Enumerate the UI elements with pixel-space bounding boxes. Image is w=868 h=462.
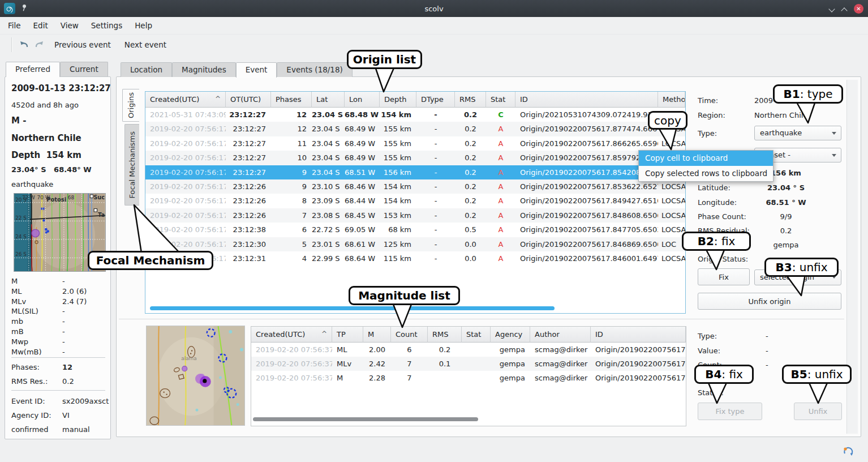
menu-view[interactable]: View [54, 17, 85, 35]
cell-phases[interactable]: 9 [271, 165, 312, 179]
cell-stat[interactable] [462, 371, 491, 385]
cell-lon[interactable]: 68.49 W [345, 122, 380, 136]
cell-phases[interactable]: 12 [271, 122, 312, 136]
column-header-tp[interactable]: TP [332, 327, 363, 343]
origin-row[interactable]: 2019-02-20 07:56:1723:12:271123.04 S68.4… [145, 136, 685, 151]
cell-ot[interactable]: 23:12:27 [226, 151, 271, 165]
column-header-created-utc[interactable]: Created(UTC)^ [145, 92, 226, 108]
column-header-rms[interactable]: RMS [455, 92, 486, 108]
cell-agency[interactable]: gempa [491, 357, 530, 371]
cell-id[interactable]: Origin/20190220075617.877474.666 [515, 122, 658, 136]
cell-rms[interactable]: 0.1 [428, 357, 462, 371]
next-event-button[interactable]: Next event [118, 40, 173, 49]
cell-lat[interactable]: 23.04 S [312, 151, 345, 165]
cell-created[interactable]: 2021-05-31 07:43:09 [145, 108, 226, 122]
cell-stat[interactable]: A [486, 179, 515, 194]
cell-id[interactable]: Origin/20190220075617.8 [591, 357, 686, 371]
cell-lat[interactable]: 23.04 S [312, 108, 345, 122]
cell-created[interactable]: 2019-02-20 07:56:37 [251, 371, 332, 385]
cell-agency[interactable]: gempa [491, 343, 530, 357]
cell-phases[interactable]: 10 [271, 151, 312, 165]
column-header-lat[interactable]: Lat [312, 92, 345, 108]
cell-rms[interactable]: 0.2 [455, 208, 486, 223]
column-header-depth[interactable]: Depth [380, 92, 416, 108]
origin-row[interactable]: 2019-02-20 07:56:1723:12:26723.08 S68.45… [145, 208, 685, 223]
cell-ot[interactable]: 23:12:38 [226, 223, 271, 237]
origin-row[interactable]: 2021-05-31 07:43:0923:12:271223.04 S68.4… [145, 108, 685, 122]
cell-lon[interactable]: 68.64 W [345, 251, 380, 266]
cell-lat[interactable]: 22.72 S [312, 223, 345, 237]
cell-count[interactable]: 7 [391, 357, 428, 371]
unfix-button[interactable]: Unfix [794, 403, 842, 420]
cell-ot[interactable]: 23:12:27 [226, 108, 271, 122]
cell-dtype[interactable]: - [416, 179, 455, 194]
cell-created[interactable]: 2019-02-20 07:56:17 [145, 179, 226, 194]
cell-ot[interactable]: 23:12:31 [226, 251, 271, 266]
cell-stat[interactable]: A [486, 208, 515, 223]
cell-agency[interactable]: gempa [491, 371, 530, 385]
context-item-copy-cell-to-clipboard[interactable]: Copy cell to clipboard [639, 151, 773, 166]
cell-stat[interactable] [462, 343, 491, 357]
cell-m[interactable]: 2.42 [363, 357, 391, 371]
unfix-origin-button[interactable]: Unfix origin [698, 293, 841, 310]
sidebar-tab-preferred[interactable]: Preferred [6, 62, 60, 77]
cell-id[interactable]: Origin/20190220075617.853622.6527 [515, 179, 658, 194]
cell-dtype[interactable]: - [416, 136, 455, 151]
column-header-id[interactable]: ID [515, 92, 658, 108]
cell-method[interactable]: LOC [658, 237, 685, 251]
cell-depth[interactable]: 154 km [380, 108, 416, 122]
cell-ot[interactable]: 23:12:26 [226, 194, 271, 208]
cell-created[interactable]: 2019-02-20 07:56:17 [145, 151, 226, 165]
cell-dtype[interactable]: - [416, 251, 455, 266]
previous-event-button[interactable]: Previous event [48, 40, 118, 49]
origin-row[interactable]: 2019-02-20 07:56:1723:12:30523.01 S68.61… [145, 237, 685, 251]
column-header-ot-utc[interactable]: OT(UTC) [226, 92, 271, 108]
cell-dtype[interactable]: - [416, 208, 455, 223]
cell-id[interactable]: Origin/20190220075617.847705.6503 [515, 223, 658, 237]
cell-id[interactable]: Origin/20190220075617.8 [591, 371, 686, 385]
magnitude-table-hscrollbar[interactable] [253, 417, 478, 421]
column-header-stat[interactable]: Stat [462, 327, 491, 343]
cell-dtype[interactable]: - [416, 223, 455, 237]
cell-created[interactable]: 2019-02-20 07:56:17 [145, 194, 226, 208]
sidebar-tab-current[interactable]: Current [60, 62, 108, 76]
main-tab-location[interactable]: Location [121, 62, 172, 77]
cell-phases[interactable]: 4 [271, 251, 312, 266]
cell-id[interactable]: Origin/20190220075617.854208.6 [515, 165, 658, 179]
cell-stat[interactable]: A [486, 122, 515, 136]
origin-row[interactable]: 2019-02-20 07:56:1723:12:271223.04 S68.4… [145, 122, 685, 136]
origin-row[interactable]: 2019-02-20 07:56:1723:12:26823.09 S68.44… [145, 194, 685, 208]
cell-rms[interactable]: 0.2 [455, 136, 486, 151]
maximize-button[interactable] [841, 6, 847, 11]
cell-method[interactable]: LOCSA [658, 251, 685, 266]
column-header-author[interactable]: Author [530, 327, 591, 343]
column-header-m[interactable]: M [363, 327, 391, 343]
cell-ot[interactable]: 23:12:26 [226, 208, 271, 223]
cell-rms[interactable]: 0.5 [455, 223, 486, 237]
cell-tp[interactable]: ML [332, 343, 363, 357]
cell-count[interactable]: 7 [391, 371, 428, 385]
cell-method[interactable]: LOCSA [658, 223, 685, 237]
origin-row[interactable]: 2019-02-20 07:56:1723:12:38622.72 S69.05… [145, 223, 685, 237]
tab-origins[interactable]: Origins [122, 89, 139, 122]
cell-dtype[interactable]: - [416, 194, 455, 208]
cell-lon[interactable]: 68.46 W [345, 179, 380, 194]
cell-created[interactable]: 2019-02-20 07:56:17 [145, 208, 226, 223]
origin-row[interactable]: 2019-02-20 07:56:1723:12:271023.04 S68.4… [145, 151, 685, 165]
cell-method[interactable]: LOCSA [658, 194, 685, 208]
cell-depth[interactable]: 156 km [380, 165, 416, 179]
cell-rms[interactable]: 0.0 [455, 237, 486, 251]
magnitude-map-thumbnail[interactable]: alama [146, 326, 245, 426]
cell-lon[interactable]: 69.05 W [345, 223, 380, 237]
undo-arrow-icon[interactable] [17, 38, 31, 52]
main-tab-event[interactable]: Event [236, 62, 277, 78]
close-button[interactable]: ✕ [854, 4, 863, 14]
cell-tp[interactable]: M [332, 371, 363, 385]
cell-rms[interactable]: 0.2 [428, 343, 462, 357]
cell-depth[interactable]: 154 km [380, 179, 416, 194]
cell-rms[interactable]: 0.2 [455, 194, 486, 208]
cell-stat[interactable]: A [486, 151, 515, 165]
redo-arrow-icon[interactable] [33, 38, 46, 52]
cell-created[interactable]: 2019-02-20 07:56:17 [145, 122, 226, 136]
cell-depth[interactable]: 155 km [380, 136, 416, 151]
